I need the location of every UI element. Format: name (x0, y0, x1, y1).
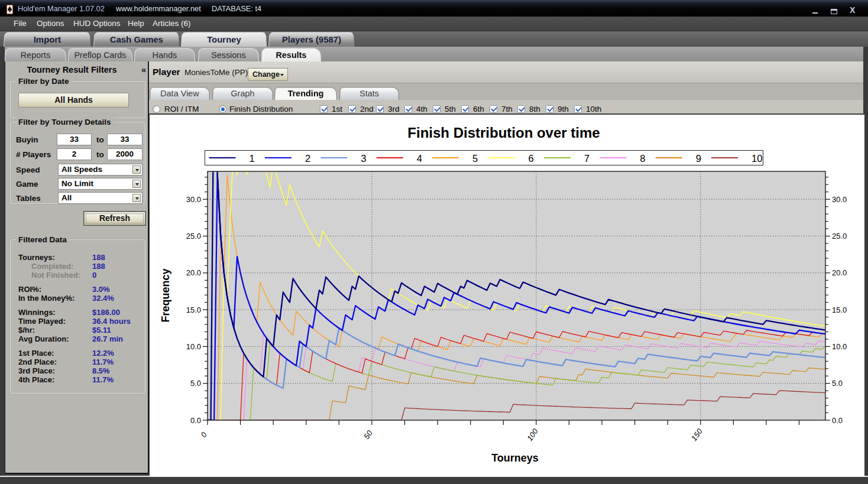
svg-text:10: 10 (752, 153, 762, 164)
svg-text:5: 5 (472, 153, 478, 164)
svg-text:1: 1 (250, 153, 255, 164)
svg-text:Frequency: Frequency (160, 268, 171, 322)
svg-text:Finish Distribution over time: Finish Distribution over time (407, 125, 600, 141)
svg-text:Tourneys: Tourneys (491, 452, 539, 464)
svg-text:7: 7 (584, 153, 590, 164)
svg-text:6: 6 (529, 153, 534, 164)
svg-text:15.0: 15.0 (832, 306, 847, 314)
svg-text:25.0: 25.0 (832, 232, 847, 241)
svg-text:4: 4 (417, 153, 422, 164)
svg-text:0.0: 0.0 (832, 416, 843, 425)
svg-text:5.0: 5.0 (190, 379, 201, 388)
svg-text:5.0: 5.0 (832, 379, 843, 388)
svg-text:3: 3 (361, 153, 366, 164)
svg-text:30.0: 30.0 (186, 195, 201, 204)
svg-text:8: 8 (640, 153, 645, 164)
svg-text:25.0: 25.0 (186, 232, 201, 241)
svg-text:20.0: 20.0 (186, 268, 201, 277)
svg-text:20.0: 20.0 (832, 268, 847, 277)
svg-text:10.0: 10.0 (832, 342, 847, 351)
svg-text:0.0: 0.0 (190, 416, 201, 425)
svg-text:9: 9 (696, 153, 701, 164)
svg-text:2: 2 (305, 153, 310, 164)
svg-text:15.0: 15.0 (186, 306, 201, 314)
svg-text:30.0: 30.0 (832, 195, 847, 204)
svg-text:10.0: 10.0 (186, 342, 201, 351)
